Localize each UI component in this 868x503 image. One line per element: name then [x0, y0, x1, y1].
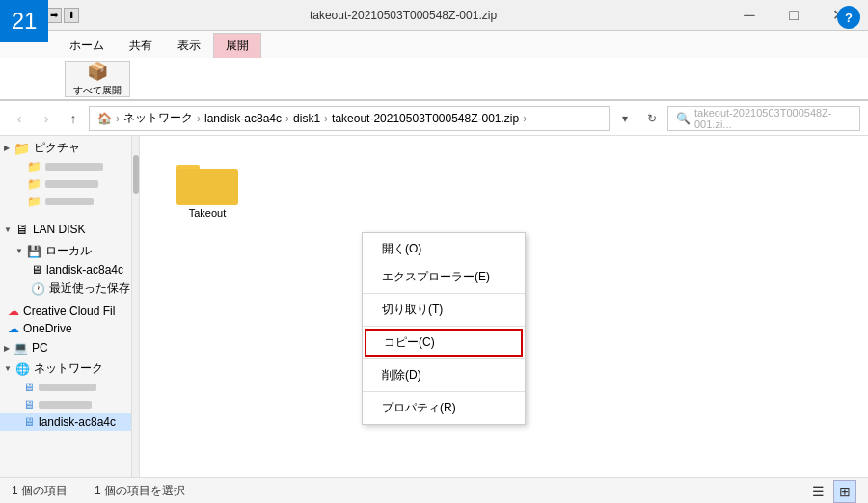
item-count: 1 個の項目 [12, 483, 68, 499]
sidebar-item-net1[interactable]: 🖥 [0, 379, 131, 396]
sidebar-item-landisk-drive[interactable]: 🖥 landisk-ac8a4c [0, 261, 131, 278]
sidebar-item-sub1[interactable]: 📁 [0, 158, 131, 175]
landisk-icon: 🖥 [15, 222, 29, 237]
tab-extract[interactable]: 展開 [213, 33, 261, 58]
sidebar-item-sub2[interactable]: 📁 [0, 175, 131, 193]
sidebar: ▶ 📁 ピクチャ 📁 📁 📁 ▼ 🖥 LAN DISK [0, 136, 140, 477]
onedrive-icon: ☁ [8, 322, 19, 335]
triangle-icon: ▼ [15, 247, 23, 255]
content-area: Takeout 開く(O) エクスプローラー(E) 切り取り(T) コピー(C)… [140, 136, 868, 477]
ctx-properties[interactable]: プロパティ(R) [363, 394, 525, 422]
sidebar-label-placeholder3 [45, 198, 94, 205]
quick-access-btn2[interactable]: ➡ [46, 8, 62, 23]
path-network: ネットワーク [123, 110, 193, 126]
ctx-separator2 [363, 326, 525, 327]
net-icon: 🖥 [23, 381, 35, 394]
folder-takeout[interactable]: Takeout [169, 155, 246, 219]
sidebar-label: OneDrive [23, 322, 72, 335]
ctx-separator4 [363, 391, 525, 392]
sidebar-label: Creative Cloud Fil [23, 304, 115, 318]
up-button[interactable]: ↑ [62, 107, 85, 130]
sidebar-label: LAN DISK [33, 223, 86, 236]
folder-icon: 📁 [27, 177, 41, 191]
sidebar-item-network[interactable]: ▼ 🌐 ネットワーク [0, 357, 131, 379]
address-bar: ‹ › ↑ 🏠 › ネットワーク › landisk-ac8a4c › disk… [0, 101, 868, 136]
maximize-button[interactable]: □ [772, 0, 816, 31]
sidebar-item-sub3[interactable]: 📁 [0, 193, 131, 210]
windows-logo: 21 [0, 0, 48, 42]
ctx-open[interactable]: 開く(O) [363, 235, 525, 263]
sidebar-label-placeholder2 [45, 180, 98, 188]
minimize-button[interactable]: ─ [727, 0, 772, 31]
ctx-cut[interactable]: 切り取り(T) [363, 296, 525, 324]
main-layout: ▶ 📁 ピクチャ 📁 📁 📁 ▼ 🖥 LAN DISK [0, 136, 868, 477]
tab-view[interactable]: 表示 [165, 33, 213, 58]
sidebar-item-pictures[interactable]: ▶ 📁 ピクチャ [0, 136, 131, 158]
ctx-delete[interactable]: 削除(D) [363, 361, 525, 389]
quick-access-btn3[interactable]: ⬆ [64, 8, 79, 23]
sidebar-label: landisk-ac8a4c [39, 415, 116, 429]
sidebar-label: PC [32, 341, 48, 355]
triangle-icon: ▶ [4, 344, 10, 353]
path-separator: › [116, 112, 120, 125]
sidebar-label: 最近使った保存: [49, 280, 131, 297]
selected-count: 1 個の項目を選択 [95, 483, 185, 499]
search-icon: 🔍 [676, 112, 691, 125]
scroll-thumb [133, 155, 139, 194]
large-icon-view-button[interactable]: ⊞ [833, 480, 856, 503]
network-icon: 🌐 [15, 362, 30, 376]
sidebar-label-placeholder [45, 163, 103, 171]
details-view-button[interactable]: ☰ [806, 480, 829, 503]
spacer [0, 210, 131, 218]
path-landisk: landisk-ac8a4c [204, 112, 282, 125]
context-menu: 開く(O) エクスプローラー(E) 切り取り(T) コピー(C) 削除(D) プ… [362, 232, 526, 425]
ribbon-toolbar: 📦 すべて展開 [0, 58, 868, 100]
folder-icon: 📁 [27, 195, 41, 208]
net-icon2: 🖥 [23, 398, 35, 411]
refresh-button[interactable]: ↻ [640, 107, 664, 130]
landisk-net-icon: 🖥 [23, 415, 35, 429]
sidebar-inner: ▶ 📁 ピクチャ 📁 📁 📁 ▼ 🖥 LAN DISK [0, 136, 131, 477]
sidebar-item-creative-cloud[interactable]: ☁ Creative Cloud Fil [0, 303, 131, 320]
local-icon: 💾 [27, 245, 41, 258]
sidebar-item-recent[interactable]: 🕐 最近使った保存: [0, 278, 131, 299]
address-path[interactable]: 🏠 › ネットワーク › landisk-ac8a4c › disk1 › ta… [89, 106, 610, 131]
forward-button[interactable]: › [35, 107, 58, 130]
triangle-icon: ▼ [4, 364, 12, 373]
sidebar-item-onedrive[interactable]: ☁ OneDrive [0, 320, 131, 337]
sidebar-item-landisk[interactable]: ▼ 🖥 LAN DISK [0, 218, 131, 239]
search-placeholder: takeout-20210503T000548Z-001.zi... [694, 107, 852, 130]
ctx-separator3 [363, 358, 525, 359]
extract-all-button[interactable]: 📦 すべて展開 [65, 61, 130, 97]
triangle-icon: ▶ [4, 144, 10, 152]
ctx-copy[interactable]: コピー(C) [365, 329, 523, 357]
tab-home[interactable]: ホーム [57, 33, 117, 58]
sidebar-label: landisk-ac8a4c [46, 263, 123, 277]
sidebar-item-net2[interactable]: 🖥 [0, 396, 131, 413]
sidebar-label: ネットワーク [34, 360, 103, 377]
path-icon: 🏠 [97, 112, 112, 125]
folder-icon-image [176, 155, 238, 205]
tab-share[interactable]: 共有 [117, 33, 165, 58]
sidebar-scrollbar[interactable] [131, 136, 139, 477]
status-bar: 1 個の項目 1 個の項目を選択 ☰ ⊞ [0, 477, 868, 503]
sidebar-item-pc[interactable]: ▶ 💻 PC [0, 337, 131, 357]
ctx-explorer[interactable]: エクスプローラー(E) [363, 263, 525, 291]
sidebar-item-landisk-selected[interactable]: 🖥 landisk-ac8a4c [0, 413, 131, 431]
back-button[interactable]: ‹ [8, 107, 31, 130]
sidebar-item-local[interactable]: ▼ 💾 ローカル [0, 239, 131, 261]
net-label1 [39, 384, 96, 391]
drive-icon: 🖥 [31, 263, 42, 277]
address-dropdown[interactable]: ▾ [613, 107, 637, 130]
search-box[interactable]: 🔍 takeout-20210503T000548Z-001.zi... [667, 106, 860, 131]
help-button[interactable]: ? [837, 6, 860, 29]
svg-rect-2 [176, 169, 238, 205]
ribbon: 21 ホーム 共有 表示 展開 ? 📦 すべて展開 [0, 31, 868, 101]
status-separator [75, 483, 87, 499]
folder-name: Takeout [189, 207, 227, 219]
path-disk1: disk1 [293, 112, 320, 125]
folder-icon: 📁 [27, 160, 41, 173]
sidebar-label: ローカル [45, 243, 92, 259]
sidebar-label: ピクチャ [34, 140, 80, 156]
net-label2 [39, 401, 92, 409]
